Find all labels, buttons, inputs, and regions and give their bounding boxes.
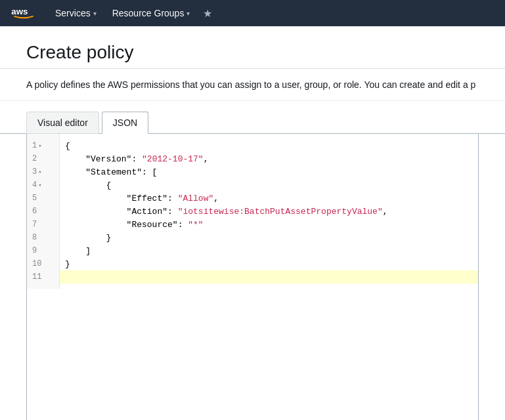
tab-visual-editor[interactable]: Visual editor: [26, 112, 99, 134]
page-header: Create policy: [0, 26, 505, 69]
resource-groups-chevron-icon: ▾: [187, 10, 190, 17]
code-line-9: ]: [60, 244, 478, 257]
tab-json[interactable]: JSON: [102, 112, 148, 134]
code-line-2: "Version": "2012-10-17",: [60, 152, 478, 165]
code-line-7: "Resource": "*": [60, 218, 478, 231]
services-menu[interactable]: Services ▾: [47, 0, 104, 26]
resource-groups-label: Resource Groups: [112, 8, 185, 18]
main-content: Create policy A policy defines the AWS p…: [0, 26, 505, 420]
line-num-8: 8: [27, 231, 59, 244]
top-navbar: aws Services ▾ Resource Groups ▾ ★: [0, 0, 505, 26]
tabs-container: Visual editor JSON: [0, 101, 505, 134]
code-line-10: }: [60, 257, 478, 270]
svg-text:aws: aws: [11, 7, 28, 16]
favorites-icon[interactable]: ★: [198, 7, 217, 20]
line-num-6: 6: [27, 205, 59, 218]
line-num-10: 10: [27, 257, 59, 270]
code-line-1: {: [60, 139, 478, 152]
code-line-6: "Action": "iotsitewise:BatchPutAssetProp…: [60, 205, 478, 218]
line-num-5: 5: [27, 192, 59, 205]
line-num-4: 4▾: [27, 178, 59, 192]
code-line-8: }: [60, 231, 478, 244]
code-line-3: "Statement": [: [60, 165, 478, 178]
toggle-arrow-1: ▾: [38, 142, 41, 150]
services-chevron-icon: ▾: [93, 10, 97, 17]
json-editor[interactable]: 1▾ 2 3▾ 4▾ 5 6 7 8 9 10 11 { "Version": …: [26, 134, 479, 420]
line-num-11: 11: [27, 270, 59, 284]
page-title: Create policy: [26, 42, 479, 63]
code-line-5: "Effect": "Allow",: [60, 192, 478, 205]
toggle-arrow-4: ▾: [38, 182, 41, 189]
description-text: A policy defines the AWS permissions tha…: [26, 79, 479, 90]
line-num-3: 3▾: [27, 165, 59, 178]
code-content[interactable]: { "Version": "2012-10-17", "Statement": …: [60, 134, 478, 289]
line-numbers: 1▾ 2 3▾ 4▾ 5 6 7 8 9 10 11: [27, 134, 60, 289]
line-num-9: 9: [27, 244, 59, 257]
services-label: Services: [55, 8, 91, 18]
aws-logo[interactable]: aws: [11, 4, 37, 22]
code-line-11[interactable]: [60, 270, 478, 284]
code-line-4: {: [60, 178, 478, 192]
description-section: A policy defines the AWS permissions tha…: [0, 69, 505, 101]
line-num-1: 1▾: [27, 139, 59, 152]
resource-groups-menu[interactable]: Resource Groups ▾: [104, 0, 198, 26]
code-area: 1▾ 2 3▾ 4▾ 5 6 7 8 9 10 11 { "Version": …: [27, 134, 478, 289]
editor-footer: [27, 289, 478, 420]
line-num-7: 7: [27, 218, 59, 231]
toggle-arrow-3: ▾: [38, 169, 41, 176]
line-num-2: 2: [27, 152, 59, 165]
